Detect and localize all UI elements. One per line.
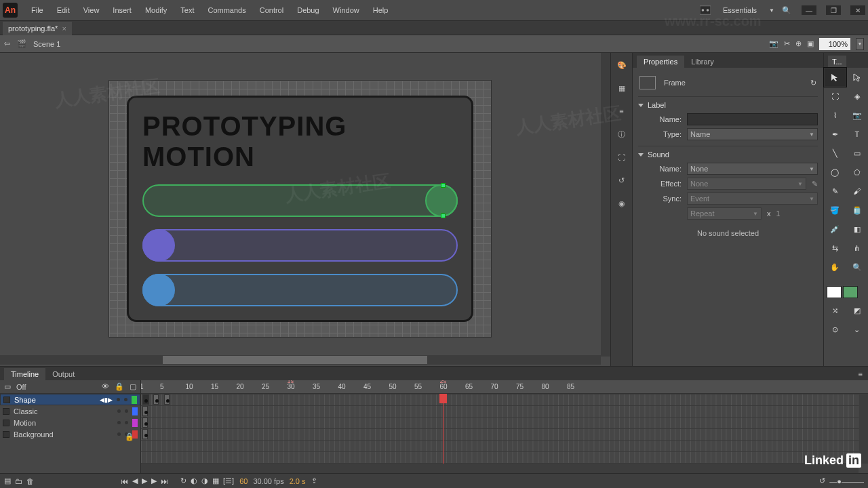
stage-scrollbar-horizontal[interactable] [0, 355, 601, 365]
visibility-dot[interactable] [117, 398, 120, 401]
cc-libraries-icon[interactable]: ◉ [615, 197, 629, 210]
swatches-panel-icon[interactable]: ▦ [615, 81, 629, 95]
default-colors-icon[interactable]: ◩ [846, 301, 869, 320]
layer-row[interactable]: Background 🔒 [0, 428, 140, 440]
sound-name-select[interactable]: None▼ [687, 163, 818, 175]
step-back-icon[interactable]: ◀ [132, 476, 138, 485]
scene-name[interactable]: Scene 1 [33, 40, 60, 48]
label-name-input[interactable] [687, 113, 818, 125]
window-minimize-button[interactable]: — [802, 5, 816, 15]
polystar-tool-icon[interactable]: ⬠ [846, 163, 869, 182]
ball-motion[interactable] [142, 274, 175, 306]
menu-window[interactable]: Window [326, 3, 366, 17]
tab-library[interactable]: Library [684, 56, 721, 68]
loop-icon[interactable]: ↻ [180, 476, 186, 485]
back-icon[interactable]: ⇦ [4, 39, 10, 48]
timeline-scrollbar-horizontal[interactable] [141, 464, 859, 473]
timeline-zoom-slider[interactable]: —●——— [829, 477, 864, 485]
zoom-input[interactable]: 100% [819, 38, 850, 50]
layer-row[interactable]: Shape ◀▮▶ [0, 394, 140, 405]
sync-settings-icon[interactable] [700, 5, 711, 16]
go-last-frame-icon[interactable]: ⏭ [161, 477, 168, 485]
fill-color-swatch[interactable] [843, 286, 858, 298]
fps-readout[interactable]: 30.00 fps [253, 477, 283, 485]
menu-insert[interactable]: Insert [106, 3, 138, 17]
hand-tool-icon[interactable]: ✋ [824, 258, 846, 277]
document-tab-close-icon[interactable]: × [62, 24, 66, 33]
visibility-header-icon[interactable]: 👁 [102, 382, 109, 391]
layer-color-chip[interactable] [132, 419, 138, 427]
menu-edit[interactable]: Edit [50, 3, 77, 17]
keyframe[interactable] [164, 394, 170, 405]
layer-color-chip[interactable] [132, 396, 137, 404]
fit-icon[interactable]: ▣ [807, 39, 814, 48]
center-stage-icon[interactable]: ⊕ [795, 39, 802, 48]
go-first-frame-icon[interactable]: ⏮ [121, 477, 128, 485]
marker-icon[interactable]: [☰] [223, 476, 234, 485]
keyframe[interactable] [142, 394, 149, 405]
width-tool-icon[interactable]: ⇆ [824, 239, 846, 258]
menu-debug[interactable]: Debug [290, 3, 326, 17]
center-frame-icon[interactable]: ↺ [819, 476, 825, 485]
toolbox-tab[interactable]: T... [828, 56, 846, 68]
lock-dot[interactable]: 🔒 [125, 432, 128, 436]
edit-sound-icon[interactable]: ✎ [812, 180, 818, 188]
onion-outlines-icon[interactable]: ◑ [201, 476, 208, 485]
menu-commands[interactable]: Commands [201, 3, 252, 17]
visibility-dot[interactable] [117, 421, 121, 424]
tab-output[interactable]: Output [45, 368, 81, 380]
keyframe[interactable] [142, 406, 148, 416]
rectangle-tool-icon[interactable]: ▭ [846, 144, 869, 163]
lock-dot[interactable] [125, 421, 128, 424]
onion-skin-icon[interactable]: ◐ [191, 476, 197, 485]
color-panel-icon[interactable]: 🎨 [615, 58, 629, 72]
play-icon[interactable]: ▶ [142, 476, 147, 485]
label-type-select[interactable]: Name▼ [687, 128, 818, 140]
elapsed-time-readout[interactable]: 2.0 s [290, 477, 306, 485]
snap-to-object-icon[interactable]: ⊙ [824, 320, 846, 339]
line-tool-icon[interactable]: ╲ [824, 144, 846, 163]
search-icon[interactable]: 🔍 [781, 5, 792, 16]
outline-header-icon[interactable]: ▢ [130, 382, 136, 391]
pen-tool-icon[interactable]: ✒ [824, 125, 846, 144]
layer-color-chip[interactable] [132, 430, 138, 439]
menu-text[interactable]: Text [174, 3, 201, 17]
stage-area[interactable]: PROTOTYPING MOTION [0, 53, 610, 366]
eraser-tool-icon[interactable]: ◧ [846, 220, 869, 239]
ball-classic[interactable] [142, 229, 175, 262]
scene-clapper-icon[interactable]: 🎬 [17, 39, 26, 48]
keyframe[interactable] [153, 394, 159, 405]
clip-content-icon[interactable]: ✂ [784, 39, 790, 48]
options-icon[interactable]: ⌄ [846, 320, 869, 339]
edit-multiple-frames-icon[interactable]: ▦ [212, 476, 219, 485]
camera-icon[interactable]: 📷 [769, 39, 778, 48]
menu-help[interactable]: Help [366, 3, 395, 17]
twirl-icon[interactable] [638, 153, 644, 157]
current-frame-number[interactable]: 60 [239, 477, 248, 485]
sound-repeat-select[interactable]: Repeat▼ [687, 207, 762, 220]
lock-dot[interactable] [125, 409, 128, 413]
lock-header-icon[interactable]: 🔒 [115, 382, 124, 391]
step-forward-icon[interactable]: ▶ [151, 476, 157, 485]
tab-properties[interactable]: Properties [637, 56, 684, 68]
history-panel-icon[interactable]: ↺ [615, 174, 629, 187]
playhead[interactable] [443, 394, 443, 464]
workspace-switcher[interactable]: Essentials [717, 5, 762, 16]
export-icon[interactable]: ⇪ [311, 476, 317, 485]
layer-outline-icon[interactable]: ▭ [4, 382, 11, 391]
delete-layer-icon[interactable]: 🗑 [26, 477, 34, 485]
new-folder-icon[interactable]: 🗀 [15, 477, 22, 485]
window-restore-button[interactable]: ❐ [826, 5, 841, 15]
paint-bucket-tool-icon[interactable]: 🪣 [824, 201, 846, 220]
keyframe[interactable] [142, 429, 148, 439]
lock-dot[interactable] [124, 398, 127, 401]
free-transform-tool-icon[interactable]: ⛶ [824, 87, 846, 106]
pencil-tool-icon[interactable]: ✎ [824, 182, 846, 201]
sound-effect-select[interactable]: None▼ [687, 178, 806, 190]
window-close-button[interactable]: ✕ [850, 5, 865, 15]
info-panel-icon[interactable]: ⓘ [615, 127, 629, 141]
layer-row[interactable]: Motion [0, 417, 140, 428]
timeline-menu-icon[interactable]: ≡ [852, 368, 868, 380]
ball-shape-selected[interactable] [425, 184, 458, 217]
document-tab[interactable]: prototyping.fla* × [3, 22, 72, 35]
